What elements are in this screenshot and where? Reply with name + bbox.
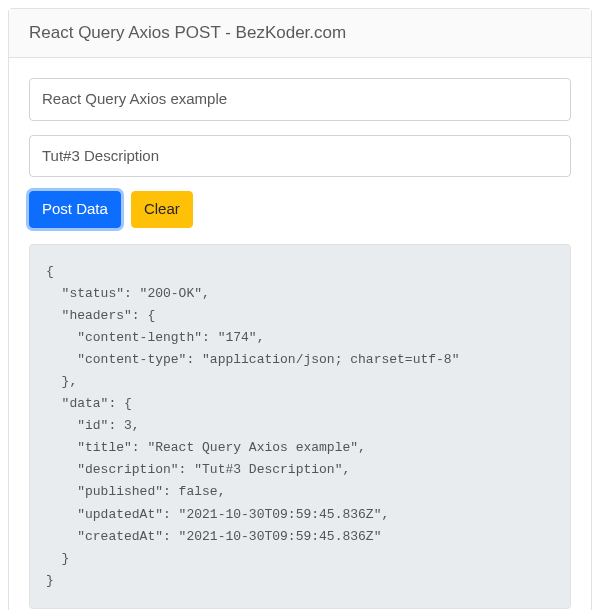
button-row: Post Data Clear	[29, 191, 571, 228]
response-output: { "status": "200-OK", "headers": { "cont…	[29, 244, 571, 609]
description-input[interactable]	[29, 135, 571, 178]
card-header: React Query Axios POST - BezKoder.com	[9, 9, 591, 58]
card-container: React Query Axios POST - BezKoder.com Po…	[8, 8, 592, 610]
clear-button[interactable]: Clear	[131, 191, 193, 228]
page-title: React Query Axios POST - BezKoder.com	[29, 23, 346, 42]
title-input[interactable]	[29, 78, 571, 121]
card-body: Post Data Clear { "status": "200-OK", "h…	[9, 58, 591, 610]
post-data-button[interactable]: Post Data	[29, 191, 121, 228]
